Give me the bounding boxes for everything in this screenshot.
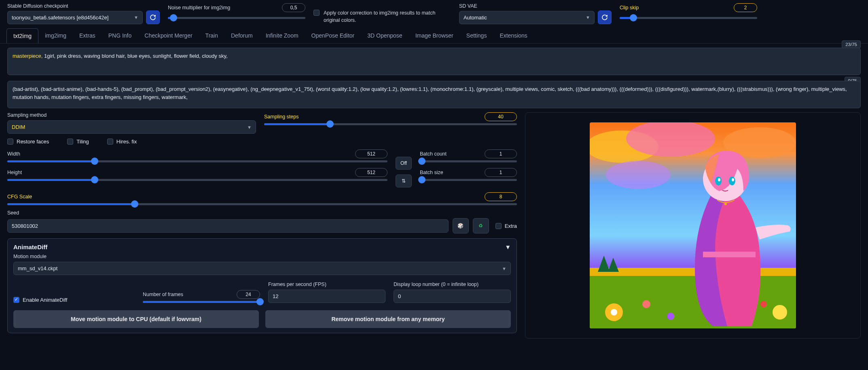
generated-image-preview[interactable] [590, 122, 796, 328]
seed-input[interactable]: 530801002 [7, 219, 449, 233]
checkpoint-value: toonyou_beta6.safetensors [e8d456c42e] [12, 15, 108, 21]
svg-point-11 [760, 301, 767, 307]
loop-label: Display loop number (0 = infinite loop) [394, 282, 511, 287]
frames-slider[interactable] [143, 301, 260, 303]
dice-icon: 🎲 [457, 223, 464, 229]
tab-settings[interactable]: Settings [460, 28, 493, 43]
fps-input[interactable]: 12 [268, 290, 385, 303]
reuse-seed-button[interactable]: ♻ [473, 218, 489, 233]
seed-label: Seed [7, 210, 517, 216]
checkpoint-label: Stable Diffusion checkpoint [7, 3, 160, 9]
svg-point-7 [611, 309, 617, 315]
clip-skip-slider[interactable] [620, 17, 757, 19]
tab-checkpoint-merger[interactable]: Checkpoint Merger [138, 28, 199, 43]
animatediff-title: AnimateDiff [13, 244, 47, 250]
svg-rect-5 [590, 268, 796, 276]
restore-faces-checkbox[interactable] [7, 139, 13, 145]
frames-value[interactable]: 24 [237, 290, 260, 299]
sampling-steps-slider[interactable] [264, 123, 517, 125]
fps-label: Frames per second (FPS) [268, 282, 385, 287]
height-slider[interactable] [7, 179, 387, 181]
vae-select[interactable]: Automatic ▼ [459, 11, 595, 24]
triangle-down-icon[interactable]: ▼ [505, 244, 511, 250]
tab-extras[interactable]: Extras [73, 28, 102, 43]
random-seed-button[interactable]: 🎲 [453, 218, 469, 233]
prompt-highlight: masterpiece, [13, 53, 42, 59]
refresh-checkpoint-button[interactable] [146, 11, 160, 24]
batch-size-slider[interactable] [420, 179, 517, 181]
motion-module-select[interactable]: mm_sd_v14.ckpt ▼ [13, 262, 511, 275]
enable-animatediff-label: Enable AnimateDiff [23, 297, 67, 303]
sampling-steps-value[interactable]: 40 [485, 112, 517, 121]
svg-point-15 [729, 177, 735, 185]
animatediff-panel: AnimateDiff ▼ Motion module mm_sd_v14.ck… [7, 238, 517, 333]
svg-rect-4 [590, 272, 796, 328]
sampling-method-label: Sampling method [7, 112, 256, 118]
extra-option[interactable]: Extra [495, 223, 517, 229]
remove-from-memory-button[interactable]: Remove motion module from any memory [265, 310, 511, 328]
hires-fix-option[interactable]: Hires. fix [107, 139, 137, 145]
tab-txt2img[interactable]: txt2img [6, 28, 38, 43]
refresh-vae-button[interactable] [598, 11, 612, 24]
batch-count-value[interactable]: 1 [485, 149, 517, 158]
width-slider[interactable] [7, 160, 387, 162]
height-value[interactable]: 512 [355, 168, 387, 177]
restore-faces-option[interactable]: Restore faces [7, 139, 49, 145]
chevron-down-icon: ▼ [134, 15, 138, 20]
prompt-input[interactable]: masterpiece, 1girl, pink dress, waving b… [7, 48, 861, 75]
noise-value[interactable]: 0,5 [282, 3, 305, 12]
move-to-cpu-button[interactable]: Move motion module to CPU (default if lo… [13, 310, 259, 328]
tab-extensions[interactable]: Extensions [493, 28, 534, 43]
batch-count-slider[interactable] [420, 160, 517, 162]
svg-point-9 [667, 313, 674, 320]
batch-size-value[interactable]: 1 [485, 168, 517, 177]
cfg-value[interactable]: 8 [485, 192, 517, 201]
swap-dims-button[interactable]: ⇅ [396, 174, 412, 187]
color-correction-checkbox[interactable] [313, 10, 320, 16]
tab-openpose-editor[interactable]: OpenPose Editor [305, 28, 361, 43]
svg-point-17 [732, 178, 734, 181]
tab-deforum[interactable]: Deforum [224, 28, 259, 43]
color-correction-label: Apply color correction to img2img result… [324, 10, 445, 24]
tab-image-browser[interactable]: Image Browser [409, 28, 460, 43]
clip-skip-label: Clip skip [620, 5, 639, 11]
tab-train[interactable]: Train [199, 28, 224, 43]
tiling-checkbox[interactable] [67, 139, 73, 145]
loop-input[interactable]: 0 [394, 290, 511, 303]
svg-point-10 [773, 305, 787, 320]
negative-prompt-input[interactable]: (bad-artist), (bad-artist-anime), (bad-h… [7, 81, 861, 108]
enable-animatediff-option[interactable]: Enable AnimateDiff [13, 297, 135, 303]
tab-png-info[interactable]: PNG Info [102, 28, 138, 43]
frames-label: Number of frames [143, 292, 183, 297]
tiling-option[interactable]: Tiling [67, 139, 89, 145]
tab-3d-openpose[interactable]: 3D Openpose [361, 28, 409, 43]
noise-slider[interactable] [168, 17, 305, 19]
output-gallery[interactable] [525, 112, 861, 338]
cfg-label: CFG Scale [7, 194, 32, 200]
sampling-method-value: DDIM [12, 124, 25, 130]
off-button[interactable]: Off [396, 157, 412, 170]
neg-prompt-text: (bad-artist), (bad-artist-anime), (bad-h… [13, 86, 847, 100]
tab-img2img[interactable]: img2img [38, 28, 73, 43]
chevron-down-icon: ▼ [586, 15, 590, 20]
hires-fix-checkbox[interactable] [107, 139, 113, 145]
prompt-token-count: 23/75 [842, 40, 861, 48]
restore-faces-label: Restore faces [17, 139, 49, 145]
svg-point-8 [642, 300, 650, 308]
extra-checkbox[interactable] [495, 223, 502, 229]
width-label: Width [7, 151, 20, 157]
refresh-icon [150, 14, 156, 21]
svg-point-14 [715, 177, 722, 185]
checkpoint-select[interactable]: toonyou_beta6.safetensors [e8d456c42e] ▼ [7, 11, 143, 24]
vae-value: Automatic [464, 15, 487, 21]
enable-animatediff-checkbox[interactable] [13, 297, 19, 303]
batch-size-label: Batch size [420, 170, 443, 175]
tab-infinite-zoom[interactable]: Infinite Zoom [259, 28, 305, 43]
sampling-method-select[interactable]: DDIM ▼ [7, 120, 256, 134]
width-value[interactable]: 512 [355, 149, 387, 158]
prompt-text: 1girl, pink dress, waving blond hair, bl… [42, 53, 227, 59]
svg-point-16 [718, 178, 720, 181]
sampling-steps-label: Sampling steps [264, 114, 299, 120]
clip-skip-value[interactable]: 2 [734, 3, 757, 12]
cfg-slider[interactable] [7, 203, 517, 205]
